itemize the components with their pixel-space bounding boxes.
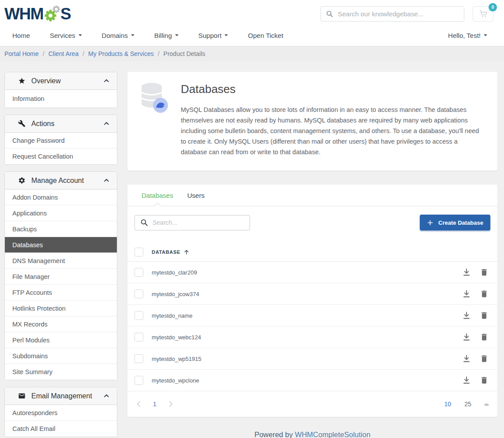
sidebar-item-applications[interactable]: Applications	[5, 205, 117, 221]
trash-icon	[480, 333, 489, 341]
create-database-button[interactable]: Create Database	[420, 215, 490, 230]
sidebar-panel-actions-header[interactable]: Actions	[5, 115, 117, 133]
footer: Powered by WHMCompleteSolution	[127, 431, 497, 438]
sidebar-item-backups[interactable]: Backups	[5, 221, 117, 237]
database-name: mytestdo_webc124	[152, 334, 462, 341]
sidebar-item-perl-modules[interactable]: Perl Modules	[5, 332, 117, 348]
nav-item-services[interactable]: Services	[50, 32, 82, 39]
row-checkbox[interactable]	[134, 311, 143, 320]
sidebar-item-site-summary[interactable]: Site Summary	[5, 364, 117, 380]
sidebar-item-information[interactable]: Information	[5, 90, 117, 108]
table-search-input[interactable]	[134, 215, 250, 230]
sidebar-item-autoresponders[interactable]: Autoresponders	[5, 405, 117, 421]
sidebar-panel-manage-account-header[interactable]: Manage Account	[5, 172, 117, 189]
databases-panel: Databases Users Create Database DATABASE	[127, 185, 497, 417]
nav-item-open-ticket[interactable]: Open Ticket	[248, 32, 283, 39]
page-size-10[interactable]: 10	[444, 401, 452, 408]
row-checkbox[interactable]	[134, 354, 143, 363]
tab-users[interactable]: Users	[180, 185, 212, 206]
download-button[interactable]	[462, 354, 471, 363]
delete-button[interactable]	[480, 268, 489, 277]
row-checkbox[interactable]	[134, 268, 143, 277]
gear-icon	[18, 177, 26, 184]
sidebar-item-databases[interactable]: Databases	[5, 237, 117, 253]
table-row: mytestdo_clar209	[127, 262, 497, 283]
row-checkbox[interactable]	[134, 333, 143, 341]
powered-by-text: Powered by	[254, 431, 293, 438]
main-content: Databases MySQL Databases allow you to s…	[127, 72, 497, 438]
sidebar-item-catch-all-email[interactable]: Catch All Email	[5, 421, 117, 437]
sidebar-item-request-cancellation[interactable]: Request Cancellation	[5, 148, 117, 164]
sort-ascending-icon	[183, 249, 190, 255]
knowledgebase-search	[321, 6, 464, 22]
row-checkbox[interactable]	[134, 290, 143, 298]
delete-button[interactable]	[480, 311, 489, 320]
row-checkbox[interactable]	[134, 376, 143, 385]
sidebar-panel-overview-header[interactable]: Overview	[5, 72, 117, 90]
caret-down-icon	[224, 34, 228, 36]
tab-databases[interactable]: Databases	[134, 185, 180, 206]
sidebar-item-change-password[interactable]: Change Password	[5, 133, 117, 148]
download-button[interactable]	[462, 290, 471, 298]
whmcompletesolution-link[interactable]: WHMCompleteSolution	[295, 431, 370, 438]
next-page-icon[interactable]	[167, 401, 174, 408]
download-button[interactable]	[462, 268, 471, 277]
nav-item-support[interactable]: Support	[198, 32, 228, 39]
download-button[interactable]	[462, 333, 471, 341]
nav-item-billing[interactable]: Billing	[154, 32, 179, 39]
sidebar-panel-manage-account: Manage Account Addon Domains Application…	[4, 171, 117, 380]
sidebar-panel-email-management: Email Management Autoresponders Catch Al…	[4, 387, 117, 437]
database-name: mytestdo_jcow374	[152, 291, 462, 297]
download-icon	[462, 354, 471, 363]
knowledgebase-search-input[interactable]	[321, 6, 464, 22]
previous-page-icon[interactable]	[135, 401, 142, 408]
delete-button[interactable]	[480, 376, 489, 385]
download-button[interactable]	[462, 376, 471, 385]
sidebar-item-addon-domains[interactable]: Addon Domains	[5, 189, 117, 205]
database-name: mytestdo_name	[152, 312, 462, 319]
breadcrumb-client-area[interactable]: Client Area	[49, 50, 78, 57]
download-icon	[462, 311, 471, 320]
nav-item-domains[interactable]: Domains	[102, 32, 134, 39]
chevron-up-icon	[103, 177, 110, 184]
breadcrumb-my-products[interactable]: My Products & Services	[88, 50, 154, 57]
page-size-all[interactable]: ∞	[485, 401, 489, 408]
sidebar-item-dns-management[interactable]: DNS Management	[5, 253, 117, 269]
delete-button[interactable]	[480, 333, 489, 341]
delete-button[interactable]	[480, 290, 489, 298]
caret-down-icon	[78, 34, 82, 36]
pagination: 1 10 25 ∞	[127, 391, 497, 417]
table-header-row: DATABASE	[127, 242, 497, 262]
sidebar: Overview Information Actions Change Pass…	[4, 72, 117, 438]
download-icon	[462, 376, 471, 385]
cart-button[interactable]: 0	[473, 6, 493, 22]
sidebar-item-hotlinks-protection[interactable]: Hotlinks Protection	[5, 301, 117, 316]
page-description: MySQL Databases allow you to store lots …	[181, 104, 481, 157]
star-icon	[18, 77, 26, 85]
page-size-25[interactable]: 25	[464, 401, 471, 408]
download-button[interactable]	[462, 311, 471, 320]
select-all-checkbox[interactable]	[134, 248, 143, 256]
main-nav: Home Services Domains Billing Support Op…	[0, 27, 504, 46]
sidebar-panel-email-management-header[interactable]: Email Management	[5, 387, 117, 405]
page-number[interactable]: 1	[153, 401, 157, 408]
sidebar-panel-actions: Actions Change Password Request Cancella…	[4, 115, 117, 165]
download-icon	[462, 290, 471, 298]
gear-logo-icon	[42, 4, 62, 24]
sidebar-item-ftp-accounts[interactable]: FTP Accounts	[5, 285, 117, 301]
user-menu[interactable]: Hello, Test!	[448, 32, 487, 39]
intro-card: Databases MySQL Databases allow you to s…	[127, 72, 497, 171]
cart-count-badge: 0	[489, 3, 497, 11]
caret-down-icon	[484, 34, 487, 36]
sidebar-item-subdomains[interactable]: Subdomains	[5, 348, 117, 364]
table-toolbar: Create Database	[127, 206, 497, 242]
whmcs-logo[interactable]: WHM	[4, 4, 71, 24]
nav-item-home[interactable]: Home	[12, 32, 30, 39]
page-title: Databases	[181, 82, 481, 96]
sidebar-item-mx-records[interactable]: MX Records	[5, 316, 117, 332]
chevron-up-icon	[103, 78, 110, 84]
column-header-database[interactable]: DATABASE	[152, 249, 190, 255]
sidebar-item-file-manager[interactable]: File Manager	[5, 269, 117, 285]
breadcrumb-portal-home[interactable]: Portal Home	[4, 50, 39, 57]
delete-button[interactable]	[480, 354, 489, 363]
